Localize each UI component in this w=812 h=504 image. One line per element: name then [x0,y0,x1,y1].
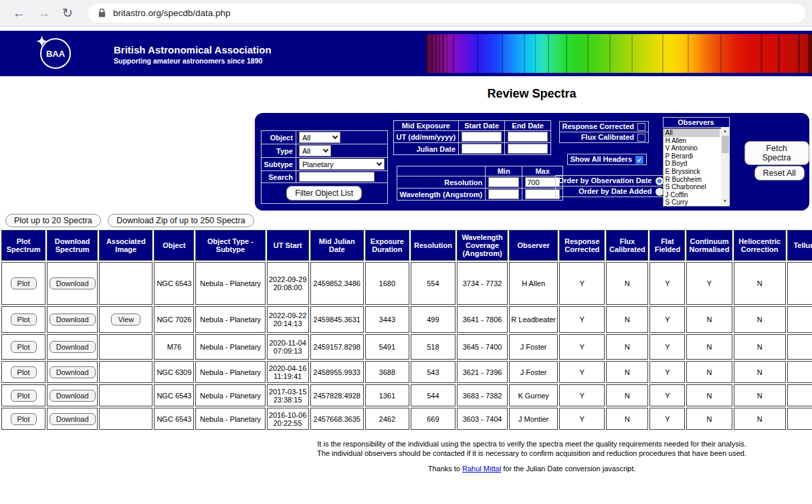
data-cell: 1680 [365,262,409,305]
plot-button[interactable]: Plot [11,341,37,353]
data-cell: 2462 [365,408,409,430]
rahul-mittal-link[interactable]: Rahul Mittal [462,465,501,473]
type-select[interactable]: All [299,145,331,156]
data-cell: Nebula - Planetary [195,262,265,305]
baa-logo: ✦ BAA [40,38,71,69]
column-header: Exposure Duration [365,230,409,261]
download-button[interactable]: Download [49,413,96,425]
observer-option[interactable]: H Allen [664,137,720,145]
resolution-min-input[interactable] [488,177,519,187]
observer-option[interactable]: E Bryssinck [664,168,720,176]
plot-button[interactable]: Plot [11,390,37,402]
response-corrected-checkbox[interactable] [637,123,645,131]
data-cell: Y [559,334,605,360]
data-cell: N [606,262,648,305]
plot-button-cell: Plot [1,361,45,383]
data-cell: Y [559,306,605,333]
observer-option[interactable]: S Curry [664,199,720,207]
plot-button-cell: Plot [1,408,45,430]
data-cell: Nebula - Planetary [195,408,265,430]
plot-button-cell: Plot [1,306,45,333]
search-input[interactable] [299,172,375,182]
forward-icon[interactable]: → [37,7,50,19]
data-cell: NGC 7026 [154,306,194,333]
data-cell: 3688 [365,361,409,383]
order-group: Order by Observation Date Order by Date … [555,175,667,197]
data-cell: N [606,306,648,333]
scroll-up-icon[interactable]: ▲ [721,127,730,135]
data-cell: Y [649,262,685,305]
data-cell: 518 [411,334,455,360]
url-text: britastro.org/specdb/data.php [113,8,231,18]
plot-up-to-20-button[interactable]: Plot up to 20 Spectra [5,214,101,227]
observers-listbox[interactable]: AllH AllenV AntoninoP BerardiD BoydE Bry… [663,128,730,207]
observers-scrollbar[interactable]: ▲ ▼ [721,127,730,205]
julian-start-input[interactable] [462,144,502,154]
observer-option[interactable]: All [664,129,720,137]
download-button-cell: Download [47,361,98,383]
view-button-cell [99,361,153,383]
observer-option[interactable]: D Boyd [664,160,720,168]
observer-option[interactable]: P Berardi [664,152,720,160]
download-button[interactable]: Download [49,390,96,402]
reload-icon[interactable]: ↻ [62,7,73,19]
download-button[interactable]: Download [49,341,96,353]
table-header-row: Plot SpectrumDownload SpectrumAssociated… [1,230,812,261]
ut-end-input[interactable] [508,132,548,142]
data-cell: N [787,306,812,333]
column-header: Resolution [411,230,455,261]
order-by-observation-date-label: Order by Observation Date [559,176,652,184]
scroll-down-icon[interactable]: ▼ [721,197,730,205]
flux-calibrated-label: Flux Calibrated [581,133,634,141]
fetch-spectra-button[interactable]: Fetch Spectra [744,141,809,165]
order-by-date-added-label: Order by Date Added [579,187,652,195]
show-all-headers-checkbox[interactable]: ✓ [635,156,643,164]
julian-end-input[interactable] [508,144,548,154]
plot-button[interactable]: Plot [11,277,37,289]
plot-button[interactable]: Plot [11,413,37,425]
header-subtitle: Supporting amateur astronomers since 189… [114,57,272,65]
download-zip-button[interactable]: Download Zip of up to 250 Spectra [108,214,253,227]
flux-calibrated-checkbox[interactable] [637,134,645,142]
table-row: PlotDownloadNGC 6543Nebula - Planetary20… [1,262,812,305]
data-cell: 1361 [365,384,409,406]
mid-exposure-header: Mid Exposure [393,121,459,131]
flags-group: Response Corrected Flux Calibrated [559,121,649,143]
observer-option[interactable]: S Charbonnel [664,183,720,191]
bulk-actions: Plot up to 20 Spectra Download Zip of up… [5,214,812,227]
start-date-header: Start Date [459,121,505,131]
type-label: Type [261,144,296,158]
data-cell: N [787,361,812,383]
back-icon[interactable]: ← [13,7,25,19]
download-button[interactable]: Download [49,366,96,378]
data-cell: 2022-09-29 20:08:00 [267,262,309,305]
subtype-select[interactable]: Planetary [299,158,385,170]
data-cell: 2017-03-15 23:38:15 [267,384,309,406]
data-cell: R Leadbeater [509,306,558,333]
view-button[interactable]: View [111,313,140,326]
object-select[interactable]: All [299,132,340,143]
data-cell: 2459852.3486 [310,262,364,305]
data-cell: 3641 - 7806 [457,306,508,333]
chevron-down-icon [377,160,382,166]
observer-option[interactable]: J Coffin [664,191,720,199]
observer-option[interactable]: R Buchheim [664,176,720,184]
download-button[interactable]: Download [49,277,96,289]
plot-button[interactable]: Plot [11,313,37,326]
download-button[interactable]: Download [49,313,96,326]
show-all-headers-label: Show All Headers [571,155,633,163]
data-cell: Y [649,408,685,430]
reset-all-button[interactable]: Reset All [754,166,805,180]
browser-toolbar: ← → ↻ britastro.org/specdb/data.php [0,0,812,27]
data-cell: J Foster [509,361,558,383]
chevron-down-icon [332,134,338,139]
data-cell: N [734,306,786,333]
filter-object-list-button[interactable]: Filter Object List [286,186,362,201]
scrollbar-thumb[interactable] [722,136,729,153]
wavelength-min-input[interactable] [488,189,519,199]
plot-button[interactable]: Plot [11,366,37,378]
observer-option[interactable]: V Antonino [664,144,720,152]
thanks-suffix: for the Julian Date conversion javascrip… [503,465,635,473]
address-bar[interactable]: britastro.org/specdb/data.php [88,4,805,23]
ut-start-input[interactable] [462,132,502,142]
